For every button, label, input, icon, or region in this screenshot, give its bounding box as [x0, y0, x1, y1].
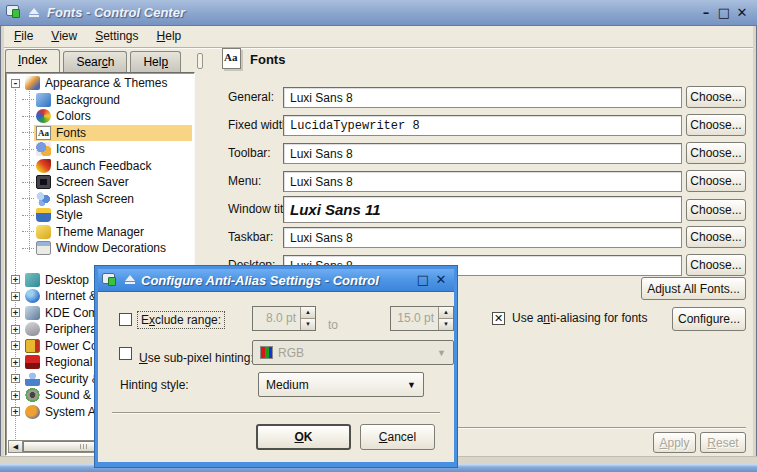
- adjust-all-fonts-button[interactable]: Adjust All Fonts...: [641, 277, 746, 300]
- tree-item-style[interactable]: Style: [8, 207, 192, 224]
- subpixel-hinting-checkbox[interactable]: [119, 347, 132, 360]
- minimize-button[interactable]: –: [697, 1, 715, 25]
- expand-icon[interactable]: +: [11, 407, 20, 416]
- subpixel-type-value: RGB: [278, 346, 304, 360]
- antialias-checkbox[interactable]: [492, 312, 505, 325]
- spin-down-icon[interactable]: ▼: [439, 319, 453, 330]
- choose-button-fixed-width[interactable]: Choose...: [686, 114, 746, 136]
- tree-item-label: Internet &: [45, 289, 97, 303]
- title-bar[interactable]: Fonts - Control Center – □ ✕: [0, 0, 757, 26]
- hinting-style-dropdown[interactable]: Medium ▼: [258, 372, 424, 397]
- tree-item-fonts[interactable]: Fonts: [8, 125, 192, 142]
- exclude-range-checkbox[interactable]: [119, 313, 132, 326]
- antialias-label[interactable]: Use anti-aliasing for fonts: [512, 306, 647, 330]
- shade-icon[interactable]: [29, 8, 39, 18]
- module-title: Fonts: [250, 52, 285, 67]
- expand-icon[interactable]: +: [11, 391, 20, 400]
- font-field-taskbar: Luxi Sans 8: [283, 227, 682, 248]
- menu-file[interactable]: File: [5, 26, 42, 47]
- power-control-icon: [25, 339, 40, 353]
- choose-button-general[interactable]: Choose...: [686, 86, 746, 108]
- tab-search[interactable]: Search: [63, 51, 127, 72]
- rgb-stripes-icon: [260, 346, 273, 359]
- tree-item-theme-manager[interactable]: Theme Manager: [8, 224, 192, 241]
- expand-icon[interactable]: +: [11, 358, 20, 367]
- launch-feedback-icon: [36, 159, 51, 173]
- expand-icon[interactable]: +: [11, 341, 20, 350]
- dialog-title: Configure Anti-Alias Settings - Control: [141, 273, 414, 288]
- tree-item-window-decorations[interactable]: Window Decorations: [8, 240, 192, 257]
- tree-item-label: Icons: [56, 142, 85, 156]
- spin-up-icon[interactable]: ▲: [301, 307, 315, 319]
- ok-button[interactable]: OK: [256, 424, 351, 450]
- close-button[interactable]: ✕: [733, 1, 751, 25]
- menu-settings[interactable]: Settings: [86, 26, 147, 47]
- hinting-style-label: Hinting style:: [120, 378, 189, 392]
- tree-item-screen-saver[interactable]: Screen Saver: [8, 174, 192, 191]
- internet-icon: [25, 289, 40, 303]
- tree-item-splash-screen[interactable]: Splash Screen: [8, 191, 192, 208]
- spin-up-icon[interactable]: ▲: [439, 307, 453, 319]
- cancel-button[interactable]: Cancel: [360, 424, 435, 450]
- tab-help[interactable]: Help: [130, 51, 181, 72]
- sidebar-tabs: IndexSearchHelp: [5, 50, 184, 72]
- exclude-range-label[interactable]: Exclude range:: [137, 311, 225, 329]
- kde-components-icon: [25, 306, 40, 320]
- tree-item-label: Appearance & Themes: [45, 76, 168, 90]
- expand-icon[interactable]: +: [11, 308, 20, 317]
- tree-item-colors[interactable]: Colors: [8, 108, 192, 125]
- font-field-toolbar: Luxi Sans 8: [283, 143, 682, 164]
- menu-help[interactable]: Help: [148, 26, 191, 47]
- tree-item-label: System A: [45, 405, 96, 419]
- system-administration-icon: [25, 405, 40, 419]
- theme-manager-icon: [36, 225, 51, 239]
- expand-icon[interactable]: +: [11, 292, 20, 301]
- range-to-spinbox[interactable]: 15.0 pt ▲ ▼: [390, 306, 454, 331]
- tree-item-label: Sound &: [45, 388, 91, 402]
- expand-icon[interactable]: +: [11, 275, 20, 284]
- font-field-fixed-width: LucidaTypewriter 8: [283, 115, 682, 136]
- scroll-left-arrow-icon[interactable]: ◀: [9, 441, 23, 452]
- tree-item-background[interactable]: Background: [8, 92, 192, 109]
- dialog-close-button[interactable]: ✕: [432, 268, 450, 292]
- choose-button-window-title[interactable]: Choose...: [686, 199, 746, 221]
- tree-item-label: Power Co: [45, 339, 98, 353]
- expand-icon[interactable]: +: [11, 325, 20, 334]
- expand-icon[interactable]: +: [11, 374, 20, 383]
- peripherals-icon: [25, 322, 40, 336]
- subpixel-hinting-label[interactable]: Use sub-pixel hinting:: [139, 351, 254, 365]
- tree-item-label: Splash Screen: [56, 192, 134, 206]
- style-icon: [36, 208, 51, 222]
- range-from-spinbox[interactable]: 8.0 pt ▲ ▼: [252, 306, 316, 331]
- tree-item-label: Screen Saver: [56, 175, 129, 189]
- tree-item-launch-feedback[interactable]: Launch Feedback: [8, 158, 192, 175]
- choose-button-toolbar[interactable]: Choose...: [686, 142, 746, 164]
- subpixel-type-dropdown[interactable]: RGB ▼: [252, 340, 454, 365]
- choose-button-desktop[interactable]: Choose...: [686, 254, 746, 276]
- tab-index[interactable]: Index: [5, 49, 60, 72]
- tree-item-label: Colors: [56, 109, 91, 123]
- tree-item-label: Desktop: [45, 273, 89, 287]
- dialog-icon: [102, 273, 118, 288]
- dialog-shade-icon[interactable]: [125, 275, 135, 285]
- window-frame-left: [0, 26, 4, 464]
- spin-down-icon[interactable]: ▼: [301, 319, 315, 330]
- tree-item-appearance-themes[interactable]: -Appearance & Themes: [8, 75, 192, 92]
- dialog-title-bar[interactable]: Configure Anti-Alias Settings - Control …: [98, 269, 454, 292]
- range-from-value: 8.0 pt: [253, 307, 300, 330]
- tree-item-label: Style: [56, 208, 83, 222]
- configure-button[interactable]: Configure...: [672, 307, 746, 331]
- apply-button[interactable]: Apply: [653, 432, 696, 453]
- tree-item-label: Window Decorations: [56, 241, 166, 255]
- choose-button-menu[interactable]: Choose...: [686, 170, 746, 192]
- reset-button[interactable]: Reset: [700, 432, 746, 453]
- dialog-maximize-button[interactable]: □: [414, 268, 432, 292]
- tree-item-icons[interactable]: Icons: [8, 141, 192, 158]
- menu-view[interactable]: View: [42, 26, 86, 47]
- maximize-button[interactable]: □: [715, 1, 733, 25]
- splitter-handle[interactable]: [197, 53, 203, 69]
- collapse-icon[interactable]: -: [11, 79, 20, 88]
- control-center-window: Fonts - Control Center – □ ✕ FileViewSet…: [0, 0, 757, 472]
- fonts-module-icon: [222, 48, 241, 69]
- choose-button-taskbar[interactable]: Choose...: [686, 226, 746, 248]
